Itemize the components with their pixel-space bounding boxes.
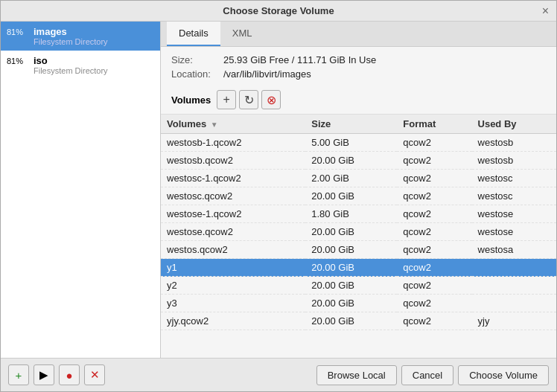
start-button[interactable]: ▶ — [34, 364, 54, 385]
cell-format: qcow2 — [397, 241, 471, 259]
refresh-button[interactable]: ↻ — [239, 90, 258, 109]
cell-used-by: yjy — [472, 312, 556, 330]
col-format: Format — [397, 115, 471, 134]
choose-volume-button[interactable]: Choose Volume — [458, 365, 549, 385]
cell-used-by: westosc — [472, 187, 556, 205]
add-pool-button[interactable]: + — [8, 364, 29, 385]
close-button[interactable]: × — [542, 5, 549, 17]
storage-item-iso[interactable]: 81% iso Filesystem Directory — [1, 51, 160, 80]
table-row[interactable]: y1 20.00 GiB qcow2 — [161, 259, 556, 277]
table-header: Volumes ▼ Size Format Used By — [161, 115, 556, 134]
cell-used-by — [472, 259, 556, 277]
cell-size: 1.80 GiB — [305, 205, 397, 223]
item-info: iso Filesystem Directory — [34, 55, 108, 75]
cell-size: 20.00 GiB — [305, 223, 397, 241]
location-row: Location: /var/lib/libvirt/images — [171, 68, 546, 80]
delete-pool-button[interactable]: ✕ — [84, 364, 105, 385]
cell-format: qcow2 — [397, 259, 471, 277]
tab-details[interactable]: Details — [167, 22, 220, 46]
size-label: Size: — [171, 54, 223, 65]
table-row[interactable]: westose.qcow2 20.00 GiB qcow2 westose — [161, 223, 556, 241]
volumes-toolbar: Volumes + ↻ ⊗ — [161, 87, 556, 114]
cell-size: 20.00 GiB — [305, 187, 397, 205]
bottom-right-buttons: Browse Local Cancel Choose Volume — [316, 365, 549, 385]
stop-button[interactable]: ● — [59, 364, 80, 385]
item-info: images Filesystem Directory — [34, 26, 108, 46]
cell-format: qcow2 — [397, 170, 471, 187]
main-content: 81% images Filesystem Directory 81% iso … — [1, 22, 556, 358]
item-name: images — [34, 26, 108, 37]
cell-size: 5.00 GiB — [305, 134, 397, 152]
cell-name: westose-1.qcow2 — [161, 205, 305, 223]
table-row[interactable]: westose-1.qcow2 1.80 GiB qcow2 westose — [161, 205, 556, 223]
table-row[interactable]: westosb-1.qcow2 5.00 GiB qcow2 westosb — [161, 134, 556, 152]
cell-format: qcow2 — [397, 134, 471, 152]
cell-used-by: westosb — [472, 134, 556, 152]
cell-used-by: westose — [472, 205, 556, 223]
col-size: Size — [305, 115, 397, 134]
delete-volume-button[interactable]: ⊗ — [261, 90, 281, 109]
cell-size: 20.00 GiB — [305, 152, 397, 170]
cell-name: yjy.qcow2 — [161, 312, 305, 330]
details-section: Size: 25.93 GiB Free / 111.71 GiB In Use… — [161, 47, 556, 87]
cell-name: y2 — [161, 277, 305, 295]
col-volumes: Volumes ▼ — [161, 115, 305, 134]
cell-used-by: westose — [472, 223, 556, 241]
cell-used-by: westosa — [472, 241, 556, 259]
stop-icon: ● — [66, 369, 72, 382]
volumes-table-container[interactable]: Volumes ▼ Size Format Used By westosb-1.… — [161, 114, 556, 358]
cell-name: westosb.qcow2 — [161, 152, 305, 170]
cell-format: qcow2 — [397, 312, 471, 330]
cell-name: y1 — [161, 259, 305, 277]
tab-xml[interactable]: XML — [220, 22, 264, 46]
bottom-bar: + ▶ ● ✕ Browse Local Cancel Choose Volum… — [1, 358, 556, 391]
cell-used-by — [472, 277, 556, 295]
delete-icon: ✕ — [90, 368, 100, 382]
sort-icon: ▼ — [211, 121, 218, 129]
col-used-by: Used By — [472, 115, 556, 134]
tab-bar: DetailsXML — [161, 22, 556, 47]
dialog-title: Choose Storage Volume — [223, 5, 334, 16]
cell-format: qcow2 — [397, 152, 471, 170]
location-label: Location: — [171, 68, 223, 80]
table-row[interactable]: westosc-1.qcow2 2.00 GiB qcow2 westosc — [161, 170, 556, 187]
cell-format: qcow2 — [397, 205, 471, 223]
cell-name: westose.qcow2 — [161, 223, 305, 241]
table-row[interactable]: westos.qcow2 20.00 GiB qcow2 westosa — [161, 241, 556, 259]
title-bar: Choose Storage Volume × — [1, 1, 556, 22]
cell-name: y3 — [161, 295, 305, 312]
cell-size: 2.00 GiB — [305, 170, 397, 187]
browse-local-button[interactable]: Browse Local — [316, 365, 397, 385]
cell-size: 20.00 GiB — [305, 295, 397, 312]
bottom-left-buttons: + ▶ ● ✕ — [8, 364, 105, 385]
play-icon: ▶ — [39, 368, 48, 382]
cell-used-by: westosc — [472, 170, 556, 187]
location-value: /var/lib/libvirt/images — [223, 68, 311, 80]
size-row: Size: 25.93 GiB Free / 111.71 GiB In Use — [171, 54, 546, 65]
table-body: westosb-1.qcow2 5.00 GiB qcow2 westosb w… — [161, 134, 556, 330]
table-row[interactable]: westosc.qcow2 20.00 GiB qcow2 westosc — [161, 187, 556, 205]
item-name: iso — [34, 55, 108, 66]
cell-name: westos.qcow2 — [161, 241, 305, 259]
dialog: Choose Storage Volume × 81% images Files… — [0, 0, 557, 392]
usage-percent: 81% — [7, 57, 29, 65]
cancel-button[interactable]: Cancel — [401, 365, 453, 385]
cell-name: westosb-1.qcow2 — [161, 134, 305, 152]
cell-used-by — [472, 295, 556, 312]
storage-item-images[interactable]: 81% images Filesystem Directory — [1, 22, 160, 51]
cell-format: qcow2 — [397, 295, 471, 312]
add-icon: + — [16, 369, 22, 382]
add-volume-button[interactable]: + — [217, 90, 236, 109]
item-type: Filesystem Directory — [34, 37, 108, 46]
table-row[interactable]: y2 20.00 GiB qcow2 — [161, 277, 556, 295]
cell-format: qcow2 — [397, 277, 471, 295]
cell-size: 20.00 GiB — [305, 312, 397, 330]
table-row[interactable]: westosb.qcow2 20.00 GiB qcow2 westosb — [161, 152, 556, 170]
volumes-label: Volumes — [171, 94, 211, 106]
table-row[interactable]: y3 20.00 GiB qcow2 — [161, 295, 556, 312]
table-row[interactable]: yjy.qcow2 20.00 GiB qcow2 yjy — [161, 312, 556, 330]
cell-used-by: westosb — [472, 152, 556, 170]
storage-list: 81% images Filesystem Directory 81% iso … — [1, 22, 161, 358]
volumes-table: Volumes ▼ Size Format Used By westosb-1.… — [161, 115, 556, 330]
item-type: Filesystem Directory — [34, 66, 108, 75]
